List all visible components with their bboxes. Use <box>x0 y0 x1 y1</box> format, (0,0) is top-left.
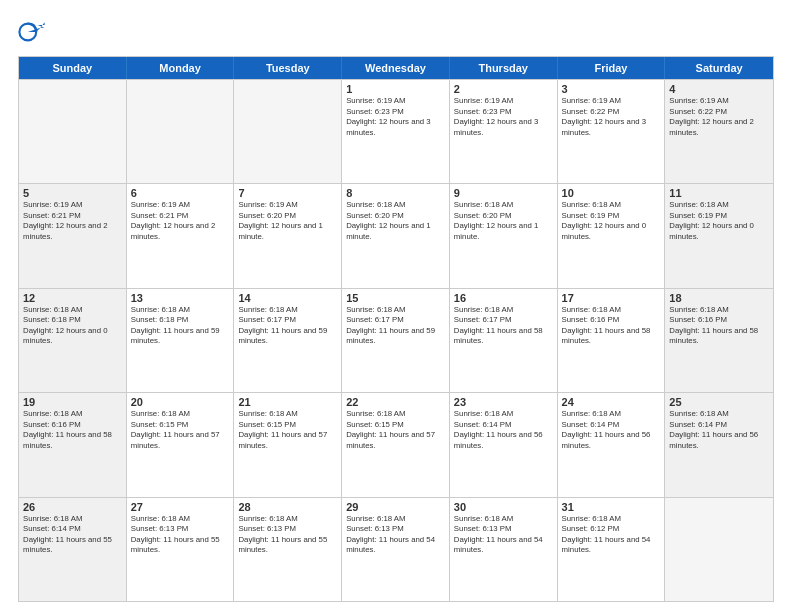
calendar-week-row: 26Sunrise: 6:18 AMSunset: 6:14 PMDayligh… <box>19 497 773 601</box>
cal-cell-empty <box>19 80 127 183</box>
cal-cell-day: 19Sunrise: 6:18 AMSunset: 6:16 PMDayligh… <box>19 393 127 496</box>
calendar-header-row: SundayMondayTuesdayWednesdayThursdayFrid… <box>19 57 773 79</box>
day-number: 20 <box>131 396 230 408</box>
day-info: Sunrise: 6:19 AMSunset: 6:22 PMDaylight:… <box>562 96 661 138</box>
day-info: Sunrise: 6:18 AMSunset: 6:19 PMDaylight:… <box>669 200 769 242</box>
cal-cell-day: 31Sunrise: 6:18 AMSunset: 6:12 PMDayligh… <box>558 498 666 601</box>
day-info: Sunrise: 6:18 AMSunset: 6:15 PMDaylight:… <box>346 409 445 451</box>
day-info: Sunrise: 6:19 AMSunset: 6:22 PMDaylight:… <box>669 96 769 138</box>
day-number: 5 <box>23 187 122 199</box>
day-info: Sunrise: 6:18 AMSunset: 6:12 PMDaylight:… <box>562 514 661 556</box>
day-number: 29 <box>346 501 445 513</box>
day-info: Sunrise: 6:18 AMSunset: 6:18 PMDaylight:… <box>23 305 122 347</box>
cal-header-day: Monday <box>127 57 235 79</box>
cal-cell-day: 6Sunrise: 6:19 AMSunset: 6:21 PMDaylight… <box>127 184 235 287</box>
cal-cell-day: 9Sunrise: 6:18 AMSunset: 6:20 PMDaylight… <box>450 184 558 287</box>
cal-cell-day: 18Sunrise: 6:18 AMSunset: 6:16 PMDayligh… <box>665 289 773 392</box>
cal-cell-day: 20Sunrise: 6:18 AMSunset: 6:15 PMDayligh… <box>127 393 235 496</box>
day-info: Sunrise: 6:18 AMSunset: 6:20 PMDaylight:… <box>346 200 445 242</box>
cal-cell-day: 16Sunrise: 6:18 AMSunset: 6:17 PMDayligh… <box>450 289 558 392</box>
cal-header-day: Saturday <box>665 57 773 79</box>
day-number: 2 <box>454 83 553 95</box>
day-number: 26 <box>23 501 122 513</box>
cal-cell-day: 22Sunrise: 6:18 AMSunset: 6:15 PMDayligh… <box>342 393 450 496</box>
day-info: Sunrise: 6:19 AMSunset: 6:23 PMDaylight:… <box>346 96 445 138</box>
day-info: Sunrise: 6:18 AMSunset: 6:14 PMDaylight:… <box>23 514 122 556</box>
day-info: Sunrise: 6:18 AMSunset: 6:16 PMDaylight:… <box>669 305 769 347</box>
day-info: Sunrise: 6:18 AMSunset: 6:14 PMDaylight:… <box>562 409 661 451</box>
day-number: 27 <box>131 501 230 513</box>
calendar-week-row: 5Sunrise: 6:19 AMSunset: 6:21 PMDaylight… <box>19 183 773 287</box>
day-info: Sunrise: 6:18 AMSunset: 6:16 PMDaylight:… <box>23 409 122 451</box>
day-info: Sunrise: 6:19 AMSunset: 6:21 PMDaylight:… <box>131 200 230 242</box>
day-number: 30 <box>454 501 553 513</box>
day-info: Sunrise: 6:19 AMSunset: 6:20 PMDaylight:… <box>238 200 337 242</box>
day-number: 22 <box>346 396 445 408</box>
cal-cell-day: 26Sunrise: 6:18 AMSunset: 6:14 PMDayligh… <box>19 498 127 601</box>
day-number: 28 <box>238 501 337 513</box>
cal-cell-day: 17Sunrise: 6:18 AMSunset: 6:16 PMDayligh… <box>558 289 666 392</box>
day-info: Sunrise: 6:18 AMSunset: 6:14 PMDaylight:… <box>669 409 769 451</box>
day-number: 15 <box>346 292 445 304</box>
cal-header-day: Sunday <box>19 57 127 79</box>
cal-cell-day: 13Sunrise: 6:18 AMSunset: 6:18 PMDayligh… <box>127 289 235 392</box>
calendar-week-row: 12Sunrise: 6:18 AMSunset: 6:18 PMDayligh… <box>19 288 773 392</box>
cal-cell-day: 23Sunrise: 6:18 AMSunset: 6:14 PMDayligh… <box>450 393 558 496</box>
day-info: Sunrise: 6:18 AMSunset: 6:17 PMDaylight:… <box>346 305 445 347</box>
calendar-week-row: 1Sunrise: 6:19 AMSunset: 6:23 PMDaylight… <box>19 79 773 183</box>
day-number: 11 <box>669 187 769 199</box>
cal-cell-day: 25Sunrise: 6:18 AMSunset: 6:14 PMDayligh… <box>665 393 773 496</box>
calendar-week-row: 19Sunrise: 6:18 AMSunset: 6:16 PMDayligh… <box>19 392 773 496</box>
day-number: 23 <box>454 396 553 408</box>
cal-cell-day: 3Sunrise: 6:19 AMSunset: 6:22 PMDaylight… <box>558 80 666 183</box>
day-number: 4 <box>669 83 769 95</box>
cal-cell-day: 28Sunrise: 6:18 AMSunset: 6:13 PMDayligh… <box>234 498 342 601</box>
cal-cell-day: 4Sunrise: 6:19 AMSunset: 6:22 PMDaylight… <box>665 80 773 183</box>
cal-cell-day: 1Sunrise: 6:19 AMSunset: 6:23 PMDaylight… <box>342 80 450 183</box>
logo-icon <box>18 18 46 46</box>
cal-cell-day: 10Sunrise: 6:18 AMSunset: 6:19 PMDayligh… <box>558 184 666 287</box>
day-number: 10 <box>562 187 661 199</box>
cal-cell-day: 12Sunrise: 6:18 AMSunset: 6:18 PMDayligh… <box>19 289 127 392</box>
day-number: 12 <box>23 292 122 304</box>
day-number: 7 <box>238 187 337 199</box>
day-info: Sunrise: 6:19 AMSunset: 6:21 PMDaylight:… <box>23 200 122 242</box>
cal-cell-day: 5Sunrise: 6:19 AMSunset: 6:21 PMDaylight… <box>19 184 127 287</box>
day-info: Sunrise: 6:18 AMSunset: 6:16 PMDaylight:… <box>562 305 661 347</box>
day-info: Sunrise: 6:18 AMSunset: 6:13 PMDaylight:… <box>131 514 230 556</box>
day-number: 14 <box>238 292 337 304</box>
day-info: Sunrise: 6:18 AMSunset: 6:17 PMDaylight:… <box>238 305 337 347</box>
day-number: 13 <box>131 292 230 304</box>
cal-cell-day: 2Sunrise: 6:19 AMSunset: 6:23 PMDaylight… <box>450 80 558 183</box>
day-info: Sunrise: 6:18 AMSunset: 6:13 PMDaylight:… <box>454 514 553 556</box>
page: SundayMondayTuesdayWednesdayThursdayFrid… <box>0 0 792 612</box>
day-info: Sunrise: 6:18 AMSunset: 6:13 PMDaylight:… <box>346 514 445 556</box>
day-number: 8 <box>346 187 445 199</box>
cal-cell-day: 7Sunrise: 6:19 AMSunset: 6:20 PMDaylight… <box>234 184 342 287</box>
day-info: Sunrise: 6:19 AMSunset: 6:23 PMDaylight:… <box>454 96 553 138</box>
cal-header-day: Friday <box>558 57 666 79</box>
cal-header-day: Wednesday <box>342 57 450 79</box>
cal-cell-day: 29Sunrise: 6:18 AMSunset: 6:13 PMDayligh… <box>342 498 450 601</box>
day-number: 25 <box>669 396 769 408</box>
day-info: Sunrise: 6:18 AMSunset: 6:19 PMDaylight:… <box>562 200 661 242</box>
cal-header-day: Thursday <box>450 57 558 79</box>
day-number: 6 <box>131 187 230 199</box>
cal-cell-empty <box>665 498 773 601</box>
cal-cell-day: 14Sunrise: 6:18 AMSunset: 6:17 PMDayligh… <box>234 289 342 392</box>
cal-cell-empty <box>234 80 342 183</box>
day-number: 16 <box>454 292 553 304</box>
day-number: 9 <box>454 187 553 199</box>
day-number: 3 <box>562 83 661 95</box>
day-number: 24 <box>562 396 661 408</box>
day-info: Sunrise: 6:18 AMSunset: 6:20 PMDaylight:… <box>454 200 553 242</box>
day-info: Sunrise: 6:18 AMSunset: 6:15 PMDaylight:… <box>238 409 337 451</box>
day-info: Sunrise: 6:18 AMSunset: 6:15 PMDaylight:… <box>131 409 230 451</box>
day-info: Sunrise: 6:18 AMSunset: 6:13 PMDaylight:… <box>238 514 337 556</box>
calendar-body: 1Sunrise: 6:19 AMSunset: 6:23 PMDaylight… <box>19 79 773 601</box>
cal-cell-day: 30Sunrise: 6:18 AMSunset: 6:13 PMDayligh… <box>450 498 558 601</box>
cal-header-day: Tuesday <box>234 57 342 79</box>
cal-cell-day: 24Sunrise: 6:18 AMSunset: 6:14 PMDayligh… <box>558 393 666 496</box>
day-info: Sunrise: 6:18 AMSunset: 6:18 PMDaylight:… <box>131 305 230 347</box>
cal-cell-day: 15Sunrise: 6:18 AMSunset: 6:17 PMDayligh… <box>342 289 450 392</box>
